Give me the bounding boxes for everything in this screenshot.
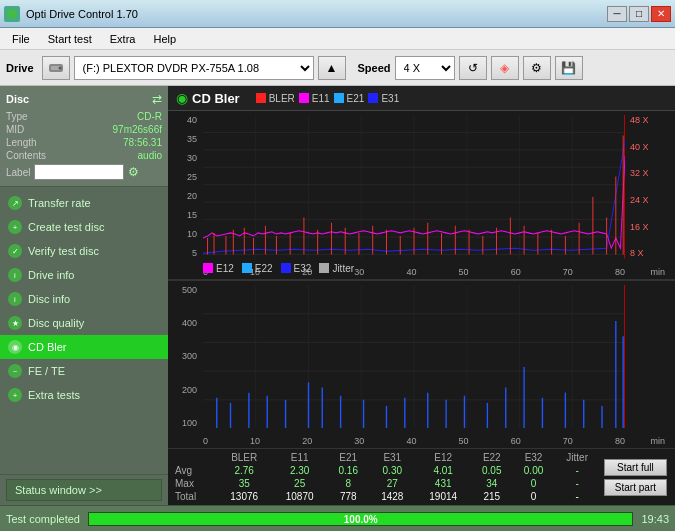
titlebar: Opti Drive Control 1.70 ─ □ ✕ — [0, 0, 675, 28]
bottom-legend: E12 E22 E32 Jitter — [203, 263, 354, 274]
legend-bler-color — [256, 93, 266, 103]
sidebar: Disc ⇄ Type CD-R MID 97m26s66f Length 78… — [0, 86, 168, 505]
save-button[interactable]: 💾 — [555, 56, 583, 80]
close-button[interactable]: ✕ — [651, 6, 671, 22]
legend-e31: E31 — [368, 93, 399, 104]
charts-area: 40 35 30 25 20 15 10 5 48 X 40 X 32 X 24… — [168, 111, 675, 448]
disc-mid-row: MID 97m26s66f — [6, 123, 162, 136]
sidebar-item-verify-test-disc[interactable]: ✓ Verify test disc — [0, 239, 168, 263]
sidebar-item-transfer-rate[interactable]: ↗ Transfer rate — [0, 191, 168, 215]
disc-quality-icon: ★ — [8, 316, 22, 330]
top-y-axis-left: 40 35 30 25 20 15 10 5 — [168, 115, 200, 259]
bottom-chart-svg — [203, 285, 625, 429]
bottom-chart-wrapper: E12 E22 E32 Jitter — [168, 280, 675, 449]
disc-label-row: Label ⚙ — [6, 164, 162, 180]
speed-select[interactable]: 4 X 1 X 2 X 8 X Max — [395, 56, 455, 80]
top-chart-svg — [203, 115, 625, 259]
sidebar-item-disc-info[interactable]: i Disc info — [0, 287, 168, 311]
app-icon — [4, 6, 20, 22]
status-time: 19:43 — [641, 513, 669, 525]
disc-mid-value: 97m26s66f — [113, 124, 162, 135]
start-part-button[interactable]: Start part — [604, 479, 667, 496]
disc-contents-row: Contents audio — [6, 149, 162, 162]
stats-buttons: Start full Start part — [600, 457, 671, 498]
disc-type-value: CD-R — [137, 111, 162, 122]
legend-e21-color — [334, 93, 344, 103]
stats-avg-row: Avg 2.76 2.30 0.16 0.30 4.01 0.05 0.00 - — [172, 464, 600, 477]
top-chart-wrapper: 40 35 30 25 20 15 10 5 48 X 40 X 32 X 24… — [168, 111, 675, 280]
disc-contents-value: audio — [138, 150, 162, 161]
status-text: Test completed — [6, 513, 80, 525]
app-title: Opti Drive Control 1.70 — [26, 8, 138, 20]
menu-start-test[interactable]: Start test — [40, 31, 100, 47]
status-window-button[interactable]: Status window >> — [6, 479, 162, 501]
drive-select[interactable]: (F:) PLEXTOR DVDR PX-755A 1.08 — [74, 56, 314, 80]
disc-panel: Disc ⇄ Type CD-R MID 97m26s66f Length 78… — [0, 86, 168, 187]
extra-tests-icon: + — [8, 388, 22, 402]
transfer-rate-icon: ↗ — [8, 196, 22, 210]
legend-e11-color — [299, 93, 309, 103]
bottom-y-axis-left: 500 400 300 200 100 — [168, 285, 200, 429]
statusbar: Test completed 100.0% 19:43 — [0, 505, 675, 531]
disc-type-row: Type CD-R — [6, 110, 162, 123]
disc-length-value: 78:56.31 — [123, 137, 162, 148]
stats-total-row: Total 13076 10870 778 1428 19014 215 0 - — [172, 490, 600, 503]
legend-e21: E21 — [334, 93, 365, 104]
cd-bler-icon: ◉ — [8, 340, 22, 354]
disc-label-input[interactable] — [34, 164, 124, 180]
stats-max-row: Max 35 25 8 27 431 34 0 - — [172, 477, 600, 490]
legend-e31-color — [368, 93, 378, 103]
eject-button[interactable]: ▲ — [318, 56, 346, 80]
chart-title: CD Bler — [192, 91, 240, 106]
disc-section-title: Disc — [6, 93, 29, 105]
menu-help[interactable]: Help — [145, 31, 184, 47]
main-area: Disc ⇄ Type CD-R MID 97m26s66f Length 78… — [0, 86, 675, 505]
create-test-disc-icon: + — [8, 220, 22, 234]
drive-icon-button[interactable] — [42, 56, 70, 80]
speed-label: Speed — [358, 62, 391, 74]
sidebar-item-disc-quality[interactable]: ★ Disc quality — [0, 311, 168, 335]
progress-bar-container: 100.0% — [88, 512, 633, 526]
refresh-button[interactable]: ↺ — [459, 56, 487, 80]
stats-area: BLER E11 E21 E31 E12 E22 E32 Jitter Avg — [168, 448, 675, 505]
disc-info-icon: i — [8, 292, 22, 306]
action-button[interactable]: ⚙ — [523, 56, 551, 80]
sidebar-item-fe-te[interactable]: ~ FE / TE — [0, 359, 168, 383]
stats-row: BLER E11 E21 E31 E12 E22 E32 Jitter Avg — [172, 451, 671, 503]
bottom-x-axis: 0 10 20 30 40 50 60 70 80 min — [203, 436, 625, 446]
legend-e11: E11 — [299, 93, 330, 104]
maximize-button[interactable]: □ — [629, 6, 649, 22]
toolbar: Drive (F:) PLEXTOR DVDR PX-755A 1.08 ▲ S… — [0, 50, 675, 86]
stats-header-row: BLER E11 E21 E31 E12 E22 E32 Jitter — [172, 451, 600, 464]
erase-button[interactable]: ◈ — [491, 56, 519, 80]
top-y-axis-right: 48 X 40 X 32 X 24 X 16 X 8 X — [627, 115, 673, 259]
sidebar-item-cd-bler[interactable]: ◉ CD Bler — [0, 335, 168, 359]
sidebar-item-create-test-disc[interactable]: + Create test disc — [0, 215, 168, 239]
sidebar-item-drive-info[interactable]: i Drive info — [0, 263, 168, 287]
content-area: ◉ CD Bler BLER E11 E21 E31 — [168, 86, 675, 505]
menu-extra[interactable]: Extra — [102, 31, 144, 47]
stats-table: BLER E11 E21 E31 E12 E22 E32 Jitter Avg — [172, 451, 600, 503]
menubar: File Start test Extra Help — [0, 28, 675, 50]
drive-label: Drive — [6, 62, 34, 74]
menu-file[interactable]: File — [4, 31, 38, 47]
disc-arrow-icon[interactable]: ⇄ — [152, 92, 162, 106]
label-settings-icon[interactable]: ⚙ — [128, 165, 139, 179]
verify-test-disc-icon: ✓ — [8, 244, 22, 258]
start-full-button[interactable]: Start full — [604, 459, 667, 476]
chart-header: ◉ CD Bler BLER E11 E21 E31 — [168, 86, 675, 111]
minimize-button[interactable]: ─ — [607, 6, 627, 22]
sidebar-item-extra-tests[interactable]: + Extra tests — [0, 383, 168, 407]
progress-label: 100.0% — [344, 513, 378, 524]
legend-bler: BLER — [256, 93, 295, 104]
svg-point-0 — [7, 9, 17, 19]
drive-info-icon: i — [8, 268, 22, 282]
disc-length-row: Length 78:56.31 — [6, 136, 162, 149]
fe-te-icon: ~ — [8, 364, 22, 378]
svg-point-3 — [58, 66, 61, 69]
sidebar-nav: ↗ Transfer rate + Create test disc ✓ Ver… — [0, 187, 168, 411]
chart-title-icon: ◉ — [176, 90, 188, 106]
